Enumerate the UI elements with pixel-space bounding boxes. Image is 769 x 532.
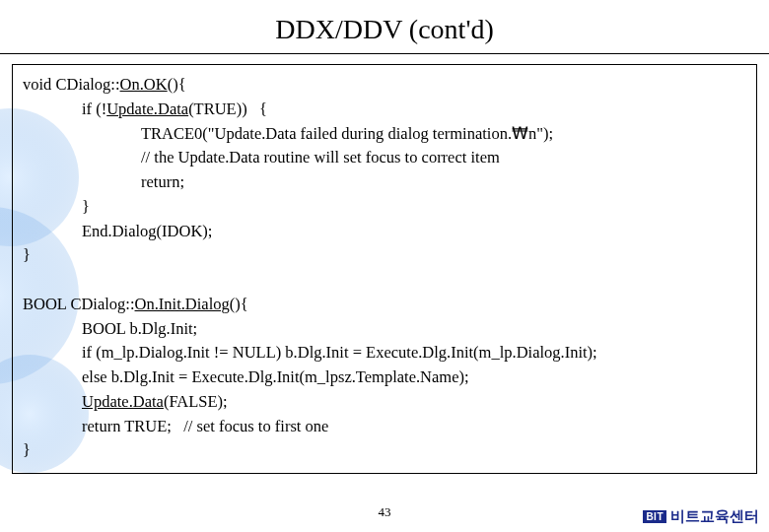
brand-badge: BIT [643,510,666,523]
code-line: } [23,243,746,268]
code-line: BOOL CDialog::On.Init.Dialog(){ [23,293,746,317]
code-line: Update.Data(FALSE); [23,390,746,415]
slide-title: DDX/DDV (cont'd) [0,0,769,51]
code-line: End.Dialog(IDOK); [23,220,746,244]
code-line: if (m_lp.Dialog.Init != NULL) b.Dlg.Init… [23,341,746,366]
code-line: void CDialog::On.OK(){ [23,73,746,98]
code-line: return; [23,170,746,195]
code-underline: Update.Data [106,100,188,118]
title-rule [0,53,769,54]
code-box: void CDialog::On.OK(){ if (!Update.Data(… [12,64,757,474]
code-blank-line [23,268,746,293]
page-number: 43 [379,504,391,520]
brand-text: 비트교육센터 [670,507,759,526]
code-line: if (!Update.Data(TRUE)) { [23,98,746,122]
code-underline: On.Init.Dialog [135,295,230,313]
code-underline: On.OK [120,75,168,94]
code-line: BOOL b.Dlg.Init; [23,317,746,342]
footer: 43 BIT 비트교육센터 [0,504,769,526]
code-underline: Update.Data [82,392,164,411]
code-line: return TRUE; // set focus to first one [23,415,746,439]
slide: DDX/DDV (cont'd) void CDialog::On.OK(){ … [0,0,769,532]
code-line: } [23,438,746,463]
code-line: } [23,195,746,220]
code-line: // the Update.Data routine will set focu… [23,146,746,170]
code-line: else b.Dlg.Init = Execute.Dlg.Init(m_lps… [23,366,746,390]
brand: BIT 비트교육센터 [643,507,759,526]
code-line: TRACE0("Update.Data failed during dialog… [23,122,746,147]
